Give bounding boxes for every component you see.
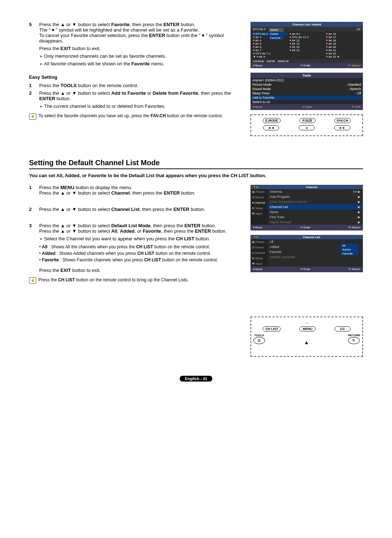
channel-item[interactable]: ♥ Air 5 — [252, 42, 288, 45]
sidebar-item-picture[interactable]: ▣ Picture — [251, 239, 268, 245]
tools-item-highlighted[interactable]: Add to Favorite — [251, 95, 363, 100]
text: button to display the menu. — [74, 185, 132, 190]
remote-button-menu[interactable]: MENU — [299, 326, 315, 331]
dropdown-item[interactable]: Favorite — [341, 252, 359, 256]
header-tv: T V — [252, 186, 260, 189]
sidebar-item-channel[interactable]: ● Channel — [251, 250, 268, 256]
remote-button-pause[interactable]: ıı — [299, 125, 315, 130]
sidebar-item-setup[interactable]: ✿ Setup — [251, 205, 268, 211]
remote-button-chlist[interactable]: CH LIST — [263, 326, 281, 331]
text: ↻ Exit — [352, 105, 360, 109]
remote-dpad[interactable]: ▲ — [295, 335, 317, 350]
bold: Added — [42, 251, 56, 256]
channel-item[interactable]: ♥ Air 15 — [289, 49, 325, 52]
remote-button-cc[interactable]: CC — [335, 326, 351, 331]
text: button on the remote control. — [77, 83, 138, 88]
bold: CH LIST — [176, 236, 195, 241]
remote-button-emode[interactable]: E.MODE — [263, 118, 281, 123]
text: Air 23 — [328, 55, 336, 58]
remote-button-tools[interactable]: ⊡ — [253, 337, 265, 344]
menu-item[interactable]: Name▶ — [268, 209, 363, 215]
note-text: To select the favorite channels you have… — [38, 113, 243, 120]
channel-item[interactable]: ♥ Air 14 — [289, 45, 325, 49]
remote-button-psize[interactable]: P.SIZE — [299, 118, 315, 123]
remote-button-favch[interactable]: FAV.CH — [334, 118, 351, 123]
channel-item[interactable]: ♥ Air 17 — [325, 36, 361, 39]
tools-item[interactable]: Sound Mode: Speech — [251, 87, 363, 91]
panel-title: Tools — [251, 73, 363, 78]
text: Enter — [303, 268, 310, 271]
panel-title: Channel List — [262, 236, 361, 239]
popup-item[interactable]: Favorite — [269, 36, 283, 40]
text: ⏎ Enter — [302, 105, 312, 109]
tools-item[interactable]: Anynet+ (HDMI-CEC) — [251, 78, 363, 82]
tools-item[interactable]: Switch to Air — [251, 100, 363, 104]
channel-item[interactable]: ♥ Air 23 ▼ — [325, 55, 361, 58]
text: All — [270, 240, 273, 244]
text: : Air — [351, 190, 357, 193]
channel-item[interactable]: ♥ Air 13 — [289, 42, 325, 45]
channel-item[interactable]: ♥ Air 16 — [325, 32, 361, 36]
popup-item[interactable]: Delete — [269, 32, 283, 36]
text: DTV Air 11-1 — [292, 36, 309, 39]
remote-button-rew[interactable]: ◄◄ — [263, 125, 279, 130]
text: button. — [189, 207, 205, 212]
sidebar-item-picture[interactable]: ▣ Picture — [251, 189, 268, 195]
bold: ENTER — [164, 190, 180, 196]
text: Channel List — [270, 205, 288, 209]
remote-button-ff[interactable]: ►► — [334, 125, 350, 130]
popup-item[interactable]: Watch — [269, 28, 283, 32]
panel-footer: ♦ Move ⏎ Enter ↻ Return — [251, 225, 363, 230]
text: , then press the — [198, 90, 231, 96]
sidebar-item-input[interactable]: ⬒ Input — [251, 211, 268, 216]
text: ↻ Return — [348, 226, 360, 229]
tools-item[interactable]: Sleep Timer: Off — [251, 91, 363, 95]
text: ♦ Move — [253, 226, 262, 229]
text: Setup — [255, 207, 263, 210]
channel-item[interactable]: ♥ Air 21 — [325, 49, 361, 52]
channel-item[interactable]: ▼ ♥ Air 9 — [252, 55, 288, 58]
sidebar-item-sound[interactable]: ◔ Sound — [251, 245, 268, 250]
menu-item[interactable]: Auto Program▶ — [268, 194, 363, 199]
text: Picture — [256, 240, 265, 244]
text: Clear Scrambled Channel — [270, 200, 307, 204]
bold: CH LIST — [58, 277, 75, 282]
menu-item[interactable]: Antenna: Air ▶ — [268, 189, 363, 194]
sidebar-item-channel[interactable]: ● Channel — [251, 200, 268, 205]
channel-item[interactable]: ♥ Air 9-1 — [289, 32, 325, 36]
dropdown-item[interactable]: Added — [341, 248, 359, 252]
text: Enter — [306, 105, 313, 109]
sidebar-item-sound[interactable]: ◔ Sound — [251, 195, 268, 200]
text: Air 21 — [328, 49, 336, 52]
sidebar-item-setup[interactable]: ✿ Setup — [251, 256, 268, 261]
tools-item[interactable]: Picture Mode: Standard — [251, 82, 363, 87]
text: Input — [256, 262, 262, 265]
channel-item[interactable]: ♥ DTV Air 7-1 — [252, 52, 288, 55]
text: Press the — [39, 185, 61, 190]
remote-button-return[interactable]: ↻ — [348, 337, 360, 344]
menu-item[interactable]: Fine Tune▶ — [268, 215, 363, 220]
channel-item[interactable]: ♥ DTV Air 11-1 — [289, 36, 325, 39]
text: ♦ Move — [253, 268, 262, 271]
text: Air 17 — [328, 36, 336, 39]
step-number: 2 — [29, 207, 36, 212]
bold: Favorite — [143, 228, 161, 234]
channel-item[interactable]: ♥ Air 19 — [325, 42, 361, 45]
channel-item[interactable]: ♥ Air 22 — [325, 52, 361, 55]
text: Picture — [256, 190, 265, 193]
text: button to exit. — [71, 268, 101, 273]
menu-item-highlighted[interactable]: Channel List▶ — [268, 204, 363, 209]
channel-item[interactable]: ♥ Air 7 — [252, 49, 288, 52]
channel-item[interactable]: ♥ Air 6 — [252, 45, 288, 49]
text: Press the — [39, 268, 61, 273]
text: Press the — [39, 46, 61, 51]
text: Return — [352, 226, 360, 229]
bold: CH LIST — [144, 257, 161, 262]
channel-item[interactable]: ♥ Air 18 — [325, 39, 361, 42]
channel-item[interactable]: ♥ Air 12 — [289, 39, 325, 42]
text: Air 18 — [328, 39, 336, 42]
text: ⏎ Enter — [300, 64, 310, 67]
dropdown-item[interactable]: All — [341, 244, 359, 248]
channel-item[interactable]: ♥ Air 20 — [325, 45, 361, 49]
sidebar-item-input[interactable]: ⬒ Input — [251, 261, 268, 266]
